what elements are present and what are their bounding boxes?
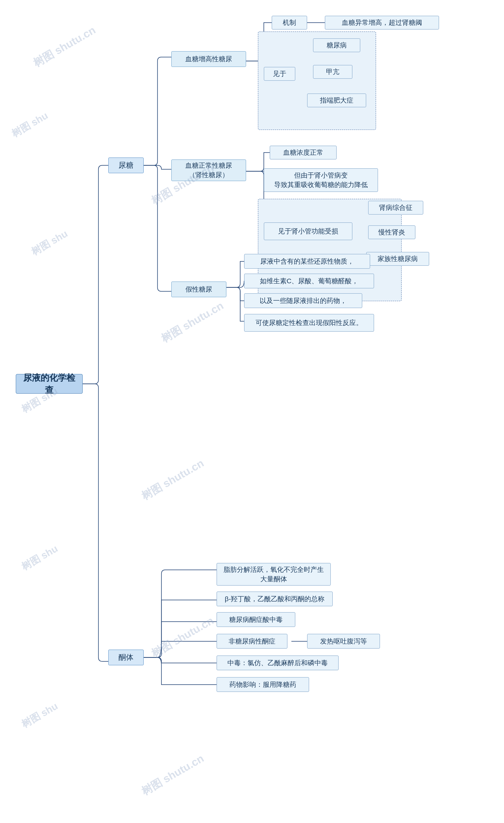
jizhi-label: 机制 [283, 18, 296, 27]
node-jia3: 以及一些随尿液排出的药物， [244, 293, 362, 308]
node-jia2: 如维生素C、尿酸、葡萄糖醛酸， [244, 274, 374, 288]
dan-shoxiu-label: 但由于肾小管病变 导致其重吸收葡萄糖的能力降低 [274, 171, 368, 189]
k4b-label: 发热呕吐腹泻等 [320, 637, 367, 646]
xuetang-nongdu-label: 血糖浓度正常 [283, 148, 323, 157]
node-jizhi: 机制 [272, 16, 307, 29]
node-k5: 中毒：氯仿、乙酰麻醉后和磷中毒 [216, 655, 339, 670]
jiaxing-label: 假性糖尿 [185, 285, 212, 294]
node-jia1: 尿液中含有的某些还原性物质， [244, 254, 370, 269]
jia1-label: 尿液中含有的某些还原性物质， [260, 257, 354, 266]
watermark: 树图 shutu.cn [139, 456, 206, 503]
node-jianyü2: 见于肾小管功能受损 [264, 222, 352, 240]
xuetang-yichang-label: 血糖异常增高，超过肾糖阈 [342, 18, 422, 27]
xuetang-zhengchang-label: 血糖正常性糖尿 （肾性糖尿） [185, 161, 232, 179]
manxing-label: 慢性肾炎 [378, 227, 405, 237]
k3-label: 糖尿病酮症酸中毒 [229, 615, 283, 624]
k5-label: 中毒：氯仿、乙酰麻醉后和磷中毒 [227, 658, 328, 668]
jia2-label: 如维生素C、尿酸、葡萄糖醛酸， [260, 276, 358, 286]
k1-label: 脂肪分解活跃，氧化不完全时产生 大量酮体 [223, 565, 324, 584]
jionti-label: 酮体 [119, 652, 134, 663]
node-xuetang-zhengchang: 血糖正常性糖尿 （肾性糖尿） [171, 159, 246, 181]
node-xuetang-nongdu: 血糖浓度正常 [270, 146, 337, 159]
node-jionti: 酮体 [108, 650, 144, 665]
jia4-label: 可使尿糖定性检查出现假阳性反应。 [256, 318, 363, 328]
watermark: 树图 shutu.cn [159, 298, 226, 346]
jia3-label: 以及一些随尿液排出的药物， [260, 296, 347, 306]
watermark: 树图 shu [9, 109, 50, 140]
node-zhiduan: 指端肥大症 [307, 94, 366, 107]
tangniaobing-label: 糖尿病 [327, 40, 347, 50]
node-tangniaobing: 糖尿病 [313, 38, 360, 52]
node-jiayuan: 甲亢 [313, 65, 352, 79]
root-label: 尿液的化学检查 [20, 372, 79, 396]
node-jiazu: 家族性糖尿病 [366, 252, 429, 266]
root-node: 尿液的化学检查 [16, 374, 83, 394]
watermark: 树图 shu [19, 699, 60, 731]
shenbing-label: 肾病综合征 [379, 203, 412, 212]
node-k4: 非糖尿病性酮症 [216, 634, 288, 649]
node-jiaxing: 假性糖尿 [171, 282, 226, 297]
node-shenbing: 肾病综合征 [368, 201, 423, 214]
jianyü2-label: 见于肾小管功能受损 [278, 226, 338, 236]
node-k2: β-羟丁酸，乙酰乙酸和丙酮的总称 [216, 592, 333, 606]
connector-lines [0, 0, 504, 823]
k6-label: 药物影响：服用降糖药 [229, 680, 296, 689]
node-k1: 脂肪分解活跃，氧化不完全时产生 大量酮体 [216, 563, 331, 586]
watermark: 树图 shutu.cn [30, 23, 98, 70]
jiazu-label: 家族性糖尿病 [378, 254, 418, 264]
node-manxing: 慢性肾炎 [368, 225, 415, 239]
zhiduan-label: 指端肥大症 [320, 96, 353, 105]
watermark: 树图 shu [29, 227, 70, 259]
node-niaotan: 尿糖 [108, 157, 144, 173]
niaotan-label: 尿糖 [119, 160, 134, 170]
node-k3: 糖尿病酮症酸中毒 [216, 612, 295, 627]
jiayuan-label: 甲亢 [326, 67, 339, 76]
watermark: 树图 shutu.cn [139, 751, 206, 799]
k2-label: β-羟丁酸，乙酰乙酸和丙酮的总称 [225, 594, 325, 604]
node-k6: 药物影响：服用降糖药 [216, 677, 309, 692]
node-xuetang-yichang: 血糖异常增高，超过肾糖阈 [325, 16, 439, 29]
node-k4b: 发热呕吐腹泻等 [307, 634, 380, 649]
watermark: 树图 shutu.cn [149, 613, 216, 661]
diagram-container: 树图 shutu.cn 树图 shu 树图 shutu.cn 树图 shu 树图… [0, 0, 504, 823]
jianyü-label: 见于 [273, 69, 286, 78]
node-dan-shoxiu: 但由于肾小管病变 导致其重吸收葡萄糖的能力降低 [264, 168, 378, 192]
k4-label: 非糖尿病性酮症 [228, 637, 276, 646]
xuetang-zengao-label: 血糖增高性糖尿 [185, 54, 232, 64]
watermark: 树图 shu [19, 542, 60, 573]
node-jianyü: 见于 [264, 67, 295, 81]
node-xuetang-zengao: 血糖增高性糖尿 [171, 51, 246, 67]
node-jia4: 可使尿糖定性检查出现假阳性反应。 [244, 314, 374, 332]
